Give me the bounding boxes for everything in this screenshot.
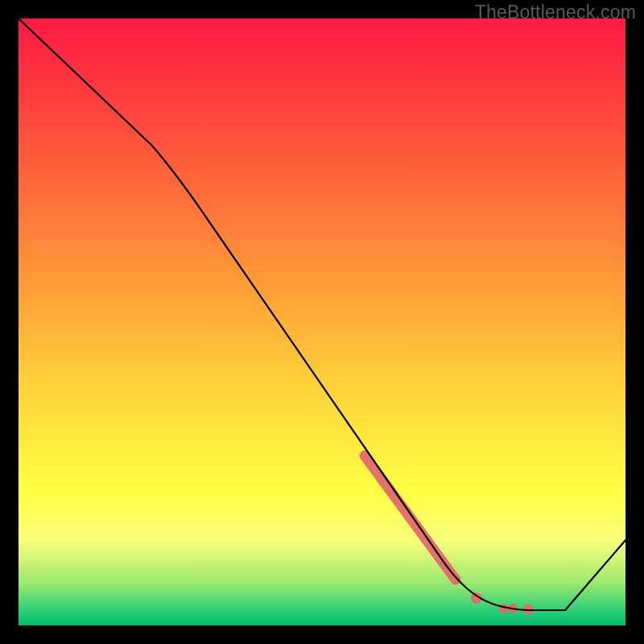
bottleneck-curve	[19, 19, 625, 610]
plot-area	[19, 19, 625, 625]
chart-frame: TheBottleneck.com	[0, 0, 644, 644]
chart-svg	[19, 19, 625, 625]
watermark-text: TheBottleneck.com	[475, 2, 636, 23]
